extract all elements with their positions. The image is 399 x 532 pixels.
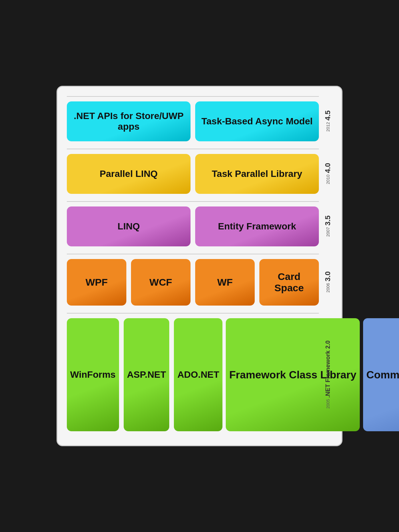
version-3-5-year: 2007 xyxy=(326,227,331,237)
row-4-5-content: .NET APIs for Store/UWP apps Task-Based … xyxy=(67,96,319,146)
linq-block: LINQ xyxy=(67,206,191,246)
entity-framework-block: Entity Framework xyxy=(195,206,319,246)
version-3-0-label: 3.0 2006 xyxy=(319,254,335,310)
row-3-5-content: LINQ Entity Framework xyxy=(67,201,319,251)
task-based-async-block: Task-Based Async Model xyxy=(195,101,319,141)
wf-block: WF xyxy=(195,259,255,306)
row-3-0: WPF WCF WF Card Space 3.0 2006 xyxy=(67,254,335,310)
row-4-5: .NET APIs for Store/UWP apps Task-Based … xyxy=(67,96,335,146)
row-3-0-content: WPF WCF WF Card Space xyxy=(67,254,319,310)
row-net-2: WinForms ASP.NET ADO.NET Framework Class… xyxy=(67,313,335,436)
ado-net-block: ADO.NET xyxy=(174,318,222,431)
version-4-0-label: 4.0 2010 xyxy=(319,149,335,199)
version-4-5-number: 4.5 xyxy=(324,110,332,121)
asp-net-block: ASP.NET xyxy=(124,318,170,431)
parallel-linq-block: Parallel LINQ xyxy=(67,154,191,194)
fcl-block: Framework Class Library xyxy=(226,318,359,431)
wpf-block: WPF xyxy=(67,259,126,306)
diagram-container: .NET APIs for Store/UWP apps Task-Based … xyxy=(57,86,342,446)
version-4-0-number: 4.0 xyxy=(324,163,332,173)
winforms-block: WinForms xyxy=(67,318,119,431)
wcf-block: WCF xyxy=(131,259,191,306)
version-4-0-year: 2010 xyxy=(326,175,331,184)
net2-top-blocks: WinForms ASP.NET ADO.NET xyxy=(67,318,222,431)
version-3-0-year: 2006 xyxy=(326,283,331,293)
version-net-2-year: 2005 xyxy=(326,399,331,409)
version-3-0-number: 3.0 xyxy=(324,271,332,282)
version-4-5-year: 2012 xyxy=(326,122,331,132)
card-space-block: Card Space xyxy=(259,259,319,306)
task-parallel-block: Task Parallel Library xyxy=(195,154,319,194)
net-apis-block: .NET APIs for Store/UWP apps xyxy=(67,101,191,141)
row-3-5: LINQ Entity Framework 3.5 2007 xyxy=(67,201,335,251)
version-3-5-label: 3.5 2007 xyxy=(319,201,335,251)
version-net-2-text: .NET Framework 2.0 xyxy=(325,340,332,398)
row-4-0-content: Parallel LINQ Task Parallel Library xyxy=(67,149,319,199)
row-4-0: Parallel LINQ Task Parallel Library 4.0 … xyxy=(67,149,335,199)
version-4-5-label: 4.5 2012 xyxy=(319,96,335,146)
version-3-5-number: 3.5 xyxy=(324,215,332,226)
clr-block: Common Language Runtime xyxy=(363,318,399,431)
version-net-2-label: .NET Framework 2.0 2005 xyxy=(319,313,335,436)
row-net-2-content: WinForms ASP.NET ADO.NET Framework Class… xyxy=(67,313,319,436)
